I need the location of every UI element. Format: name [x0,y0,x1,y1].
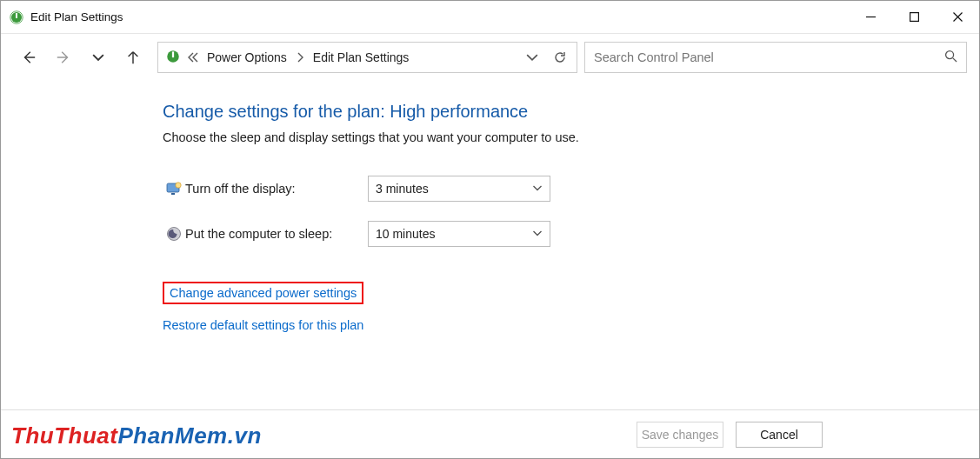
address-dropdown-icon[interactable] [521,51,543,63]
sleep-label: Put the computer to sleep: [185,227,368,241]
maximize-button[interactable] [892,1,936,33]
recent-locations-button[interactable] [90,49,107,66]
display-icon [163,180,185,197]
breadcrumb-item-edit-plan[interactable]: Edit Plan Settings [310,49,413,66]
breadcrumb-separator-icon[interactable] [296,52,304,63]
toolbar-row: Power Options Edit Plan Settings Search … [1,34,979,81]
close-button[interactable] [936,1,979,33]
control-panel-icon [165,49,181,67]
svg-rect-6 [171,193,175,195]
restore-defaults-link[interactable]: Restore default settings for this plan [163,318,363,332]
content-area: Change settings for the plan: High perfo… [1,81,979,332]
save-button: Save changes [637,422,723,448]
svg-point-7 [176,183,181,188]
page-title: Change settings for the plan: High perfo… [163,102,979,122]
forward-button[interactable] [55,49,72,66]
sleep-select[interactable]: 10 minutes [368,221,550,247]
chevron-down-icon [532,227,543,241]
sleep-value: 10 minutes [376,227,435,241]
svg-point-4 [946,51,954,59]
nav-buttons [13,49,150,66]
breadcrumb-item-power-options[interactable]: Power Options [203,49,290,66]
titlebar: Edit Plan Settings [1,1,979,34]
sleep-icon [163,226,185,242]
svg-rect-2 [910,13,918,22]
chevron-down-icon [532,182,543,196]
search-icon [944,50,957,65]
link-list: Change advanced power settings Restore d… [163,282,979,332]
page-subtext: Choose the sleep and display settings th… [163,130,979,144]
up-button[interactable] [124,49,142,66]
minimize-button[interactable] [849,1,892,33]
back-button[interactable] [20,49,37,66]
change-advanced-link[interactable]: Change advanced power settings [163,282,363,304]
cancel-button[interactable]: Cancel [736,422,823,448]
search-placeholder: Search Control Panel [594,50,937,64]
search-input[interactable]: Search Control Panel [584,42,967,73]
settings-grid: Turn off the display: 3 minutes Put the … [163,176,979,247]
display-off-select[interactable]: 3 minutes [368,176,550,202]
power-options-icon [10,10,23,24]
window-title: Edit Plan Settings [30,10,849,23]
refresh-button[interactable] [549,50,571,64]
window-controls [849,1,979,33]
breadcrumb-overflow-icon[interactable] [186,51,198,63]
watermark-part1: ThuThuat [11,422,117,449]
watermark: ThuThuatPhanMem.vn [11,422,262,449]
watermark-part2: PhanMem.vn [117,422,261,449]
display-off-label: Turn off the display: [185,182,368,196]
display-off-value: 3 minutes [376,182,429,196]
address-bar[interactable]: Power Options Edit Plan Settings [157,42,577,73]
